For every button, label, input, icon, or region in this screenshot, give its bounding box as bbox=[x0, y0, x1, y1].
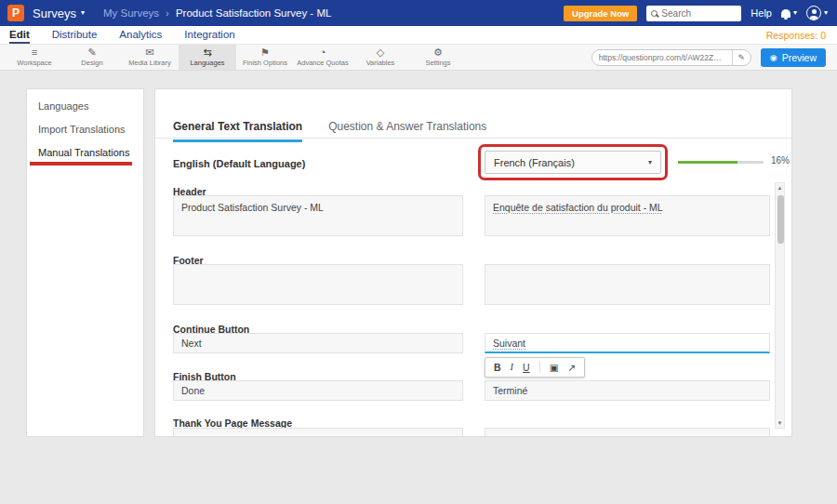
insert-link-icon[interactable]: ↗ bbox=[568, 363, 577, 373]
survey-nav: Edit Distribute Analytics Integration Re… bbox=[0, 26, 837, 45]
caret-down-icon: ▾ bbox=[824, 9, 828, 17]
source-thank-you-input[interactable] bbox=[173, 428, 463, 437]
source-continue-input[interactable]: Next bbox=[173, 333, 463, 353]
target-continue-text: Suivant bbox=[493, 338, 525, 349]
toolbar-item-finish-options[interactable]: ⚑ Finish Options bbox=[236, 45, 294, 70]
edit-url-button[interactable]: ✎ bbox=[732, 50, 751, 65]
topbar: P Surveys ▾ My Surveys › Product Satisfa… bbox=[0, 0, 837, 26]
breadcrumb-my-surveys[interactable]: My Surveys bbox=[103, 7, 159, 19]
translation-tabs: General Text Translation Question & Answ… bbox=[173, 120, 486, 142]
survey-url-box: https://questionpro.com/t/AW22Zd1S1 ✎ bbox=[591, 49, 751, 66]
underline-button[interactable]: U bbox=[523, 363, 530, 373]
caret-down-icon: ▾ bbox=[648, 158, 652, 166]
toolbar-separator bbox=[539, 362, 540, 373]
global-search bbox=[646, 6, 741, 21]
sidebar-item-import-translations[interactable]: Import Translations bbox=[27, 117, 143, 140]
breadcrumb-current-survey: Product Satisfaction Survey - ML bbox=[176, 7, 331, 19]
source-language-label: English (Default Language) bbox=[173, 158, 305, 169]
toolbar-right: https://questionpro.com/t/AW22Zd1S1 ✎ ◉ … bbox=[591, 45, 837, 70]
target-language-value: French (Français) bbox=[494, 157, 575, 168]
panel-scrollbar[interactable]: ▲ ▼ bbox=[775, 182, 785, 429]
breadcrumb-separator-icon: › bbox=[166, 7, 169, 19]
finish-options-icon: ⚑ bbox=[260, 47, 270, 58]
responses-count[interactable]: Responses: 0 bbox=[766, 26, 826, 44]
caret-down-icon: ▾ bbox=[793, 9, 797, 17]
target-header-textarea[interactable]: Enquête de satisfaction du produit - ML bbox=[485, 195, 770, 236]
surveys-menu[interactable]: Surveys ▾ bbox=[33, 7, 85, 20]
target-language-dropdown[interactable]: French (Français) ▾ bbox=[485, 151, 661, 174]
source-finish-input[interactable]: Done bbox=[173, 380, 463, 401]
toolbar-item-label: Languages bbox=[190, 59, 224, 67]
bold-button[interactable]: B bbox=[494, 363, 501, 373]
topbar-right: Upgrade Now Help ▾ ▾ bbox=[564, 6, 828, 21]
eye-icon: ◉ bbox=[770, 53, 777, 62]
questionpro-logo[interactable]: P bbox=[7, 5, 24, 21]
sidebar-item-label: Manual Translations bbox=[38, 147, 129, 158]
annotation-underline bbox=[30, 162, 132, 166]
surveys-menu-label: Surveys bbox=[33, 7, 76, 20]
rich-text-toolbar: B I U ▣ ↗ bbox=[485, 357, 585, 378]
pencil-icon: ✎ bbox=[738, 53, 746, 62]
survey-url[interactable]: https://questionpro.com/t/AW22Zd1S1 bbox=[592, 53, 732, 62]
questionpro-app: P Surveys ▾ My Surveys › Product Satisfa… bbox=[0, 0, 837, 504]
tabs-divider bbox=[155, 138, 791, 139]
target-finish-input[interactable]: Terminé bbox=[485, 380, 770, 401]
tab-general-text-translation[interactable]: General Text Translation bbox=[173, 120, 302, 142]
nav-analytics[interactable]: Analytics bbox=[119, 26, 162, 44]
target-continue-input[interactable]: Suivant bbox=[485, 333, 770, 353]
avatar bbox=[806, 6, 821, 20]
italic-button[interactable]: I bbox=[511, 363, 514, 373]
tab-question-answer-translations[interactable]: Question & Answer Translations bbox=[328, 120, 486, 142]
languages-icon: ⇆ bbox=[203, 47, 211, 58]
nav-distribute[interactable]: Distribute bbox=[52, 26, 98, 44]
target-footer-textarea[interactable] bbox=[485, 264, 770, 305]
toolbar-item-design[interactable]: ✎ Design bbox=[63, 45, 121, 70]
scroll-up-icon[interactable]: ▲ bbox=[777, 183, 783, 192]
toolbar-item-label: Media Library bbox=[128, 59, 170, 67]
scroll-down-icon[interactable]: ▼ bbox=[777, 418, 783, 428]
help-link[interactable]: Help bbox=[751, 7, 772, 19]
gear-icon: ⚙ bbox=[433, 47, 443, 58]
breadcrumb: My Surveys › Product Satisfaction Survey… bbox=[103, 7, 331, 19]
target-thank-you-input[interactable] bbox=[485, 428, 770, 437]
toolbar-item-workspace[interactable]: ≡ Workspace bbox=[6, 45, 63, 70]
source-header-textarea[interactable]: Product Satisfaction Survey - ML bbox=[173, 195, 463, 236]
manual-translations-panel: General Text Translation Question & Answ… bbox=[154, 88, 792, 437]
bell-icon bbox=[781, 9, 790, 18]
toolbar-item-label: Workspace bbox=[17, 59, 51, 67]
upgrade-now-button[interactable]: Upgrade Now bbox=[564, 6, 637, 21]
nav-integration[interactable]: Integration bbox=[184, 26, 234, 44]
preview-button[interactable]: ◉ Preview bbox=[761, 48, 826, 67]
edit-toolbar: ≡ Workspace ✎ Design ✉ Media Library ⇆ L… bbox=[0, 45, 837, 71]
toolbar-item-label: Advance Quotas bbox=[297, 59, 348, 67]
translation-progress-percent: 16% bbox=[771, 155, 790, 166]
target-header-text: Enquête de satisfaction du produit - ML bbox=[493, 202, 663, 213]
translation-progress-fill bbox=[678, 161, 737, 164]
toolbar-item-languages[interactable]: ⇆ Languages bbox=[179, 45, 236, 70]
media-library-icon: ✉ bbox=[145, 47, 153, 58]
workspace-icon: ≡ bbox=[32, 47, 37, 58]
toolbar-item-label: Finish Options bbox=[243, 59, 287, 67]
account-menu[interactable]: ▾ bbox=[806, 6, 828, 20]
search-input[interactable] bbox=[661, 8, 737, 19]
scrollbar-thumb[interactable] bbox=[777, 195, 784, 244]
translation-progress-bar bbox=[678, 161, 764, 164]
search-icon bbox=[651, 10, 658, 17]
nav-edit[interactable]: Edit bbox=[9, 26, 30, 44]
toolbar-item-media-library[interactable]: ✉ Media Library bbox=[121, 45, 179, 70]
toolbar-item-label: Design bbox=[81, 59, 102, 67]
toolbar-item-variables[interactable]: ◇ Variables bbox=[352, 45, 409, 70]
notifications-menu[interactable]: ▾ bbox=[781, 9, 797, 18]
toolbar-item-label: Variables bbox=[366, 59, 395, 67]
toolbar-item-advance-quotas[interactable]: ◔ Advance Quotas bbox=[294, 45, 352, 70]
insert-image-icon[interactable]: ▣ bbox=[550, 363, 559, 373]
sidebar-item-languages[interactable]: Languages bbox=[27, 94, 143, 117]
variables-icon: ◇ bbox=[377, 47, 384, 58]
preview-label: Preview bbox=[782, 52, 817, 63]
toolbar-item-label: Settings bbox=[425, 59, 450, 67]
caret-down-icon: ▾ bbox=[81, 9, 85, 17]
design-icon: ✎ bbox=[87, 47, 96, 58]
toolbar-item-settings[interactable]: ⚙ Settings bbox=[409, 45, 467, 70]
sidebar-item-manual-translations[interactable]: Manual Translations bbox=[27, 140, 143, 164]
source-footer-textarea[interactable] bbox=[173, 264, 463, 305]
